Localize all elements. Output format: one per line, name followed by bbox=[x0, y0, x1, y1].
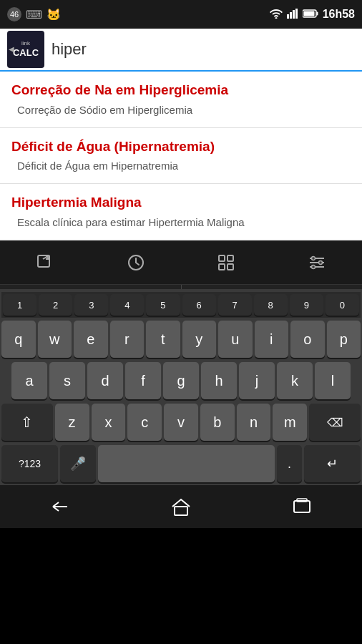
key-n[interactable]: n bbox=[237, 404, 271, 441]
svg-rect-6 bbox=[316, 11, 318, 15]
signal-icon bbox=[287, 9, 298, 21]
grid-button[interactable] bbox=[208, 245, 244, 280]
period-key[interactable]: . bbox=[277, 445, 302, 482]
key-q[interactable]: q bbox=[1, 321, 36, 358]
key-k[interactable]: k bbox=[277, 362, 313, 399]
search-input[interactable] bbox=[52, 40, 355, 59]
key-9[interactable]: 9 bbox=[290, 294, 323, 316]
status-left: 46 ⌨ 🐱 bbox=[7, 7, 61, 21]
svg-rect-12 bbox=[219, 264, 225, 270]
key-y[interactable]: y bbox=[182, 321, 217, 358]
result-title-2: Déficit de Água (Hipernatremia) bbox=[11, 138, 351, 156]
key-1[interactable]: 1 bbox=[3, 294, 36, 316]
mic-key[interactable]: 🎤 bbox=[60, 445, 96, 482]
svg-point-18 bbox=[318, 261, 322, 265]
svg-rect-21 bbox=[294, 501, 310, 512]
wifi-icon bbox=[270, 9, 283, 21]
recent-nav-button[interactable] bbox=[280, 492, 323, 521]
result-title-1: Correção de Na em Hiperglicemia bbox=[11, 82, 351, 99]
time-display: 16h58 bbox=[323, 8, 355, 21]
svg-rect-4 bbox=[295, 9, 298, 19]
key-l[interactable]: l bbox=[315, 362, 351, 399]
kb-row-qwerty: q w e r t y u i o p bbox=[1, 321, 361, 358]
svg-rect-7 bbox=[303, 11, 314, 16]
key-3[interactable]: 3 bbox=[74, 294, 108, 316]
key-s[interactable]: s bbox=[49, 362, 85, 399]
result-title-3: Hipertermia Maligna bbox=[11, 194, 351, 212]
status-notification: 46 bbox=[7, 7, 21, 21]
result-item-2[interactable]: Déficit de Água (Hipernatremia) Déficit … bbox=[0, 128, 362, 185]
key-a[interactable]: a bbox=[11, 362, 47, 399]
filter-button[interactable] bbox=[299, 245, 335, 280]
status-right: 16h58 bbox=[270, 8, 355, 21]
space-key[interactable] bbox=[98, 445, 275, 482]
svg-point-19 bbox=[311, 265, 315, 269]
key-j[interactable]: j bbox=[239, 362, 275, 399]
key-c[interactable]: c bbox=[127, 404, 162, 441]
result-item-1[interactable]: Correção de Na em Hiperglicemia Correção… bbox=[0, 72, 362, 128]
app-logo[interactable]: link CALC bbox=[7, 31, 44, 68]
svg-rect-3 bbox=[293, 10, 295, 19]
key-b[interactable]: b bbox=[200, 404, 235, 441]
key-r[interactable]: r bbox=[110, 321, 145, 358]
key-v[interactable]: v bbox=[164, 404, 198, 441]
history-button[interactable] bbox=[118, 245, 154, 280]
key-f[interactable]: f bbox=[125, 362, 161, 399]
key-2[interactable]: 2 bbox=[39, 294, 72, 316]
keyboard-icon: ⌨ bbox=[26, 8, 42, 21]
result-subtitle-1: Correção de Sódio em Hiperglicemia bbox=[11, 102, 351, 117]
key-e[interactable]: e bbox=[74, 321, 108, 358]
result-subtitle-3: Escala clínica para estimar Hipertermia … bbox=[11, 215, 351, 230]
key-m[interactable]: m bbox=[273, 404, 307, 441]
divider-line bbox=[181, 285, 182, 289]
key-z[interactable]: z bbox=[55, 404, 89, 441]
key-u[interactable]: u bbox=[218, 321, 253, 358]
status-bar: 46 ⌨ 🐱 16h bbox=[0, 0, 362, 29]
kb-row-asdf: a s d f g h j k l bbox=[1, 362, 361, 399]
extra-icon: 🐱 bbox=[47, 8, 61, 21]
key-4[interactable]: 4 bbox=[110, 294, 144, 316]
key-t[interactable]: t bbox=[146, 321, 180, 358]
svg-rect-13 bbox=[228, 264, 233, 270]
key-5[interactable]: 5 bbox=[146, 294, 180, 316]
results-area: Correção de Na em Hiperglicemia Correção… bbox=[0, 72, 362, 240]
logo-calc-text: CALC bbox=[13, 47, 39, 59]
svg-rect-10 bbox=[219, 255, 225, 261]
key-i[interactable]: i bbox=[255, 321, 289, 358]
svg-rect-11 bbox=[228, 255, 233, 261]
kb-row-numbers: 1 2 3 4 5 6 7 8 9 0 bbox=[1, 292, 361, 318]
key-h[interactable]: h bbox=[201, 362, 237, 399]
kb-row-bottom: ?123 🎤 . ↵ bbox=[1, 445, 361, 482]
keyboard[interactable]: 1 2 3 4 5 6 7 8 9 0 q w e r t y u i o p … bbox=[0, 289, 362, 485]
key-x[interactable]: x bbox=[92, 404, 126, 441]
nav-bar bbox=[0, 485, 362, 528]
bottom-toolbar bbox=[0, 240, 362, 285]
key-g[interactable]: g bbox=[163, 362, 199, 399]
result-subtitle-2: Déficit de Água em Hipernatremia bbox=[11, 158, 351, 173]
key-w[interactable]: w bbox=[38, 321, 72, 358]
key-7[interactable]: 7 bbox=[218, 294, 252, 316]
key-0[interactable]: 0 bbox=[326, 294, 359, 316]
svg-point-17 bbox=[311, 257, 315, 260]
num-key[interactable]: ?123 bbox=[1, 445, 58, 482]
delete-key[interactable]: ⌫ bbox=[309, 404, 361, 441]
battery-icon bbox=[303, 9, 318, 20]
result-item-3[interactable]: Hipertermia Maligna Escala clínica para … bbox=[0, 184, 362, 240]
svg-rect-20 bbox=[175, 507, 187, 515]
svg-point-0 bbox=[275, 17, 277, 19]
key-6[interactable]: 6 bbox=[182, 294, 216, 316]
svg-rect-1 bbox=[287, 14, 289, 19]
back-nav-button[interactable] bbox=[39, 492, 82, 521]
share-button[interactable] bbox=[27, 245, 63, 280]
key-o[interactable]: o bbox=[290, 321, 325, 358]
key-p[interactable]: p bbox=[327, 321, 361, 358]
key-d[interactable]: d bbox=[87, 362, 123, 399]
svg-rect-2 bbox=[290, 12, 292, 19]
shift-key[interactable]: ⇧ bbox=[1, 404, 53, 441]
home-nav-button[interactable] bbox=[160, 492, 202, 521]
logo-link-text: link bbox=[21, 40, 30, 47]
search-bar: link CALC bbox=[0, 29, 362, 72]
kb-row-zxcv: ⇧ z x c v b n m ⌫ bbox=[1, 404, 361, 441]
enter-key[interactable]: ↵ bbox=[304, 445, 361, 482]
key-8[interactable]: 8 bbox=[254, 294, 288, 316]
